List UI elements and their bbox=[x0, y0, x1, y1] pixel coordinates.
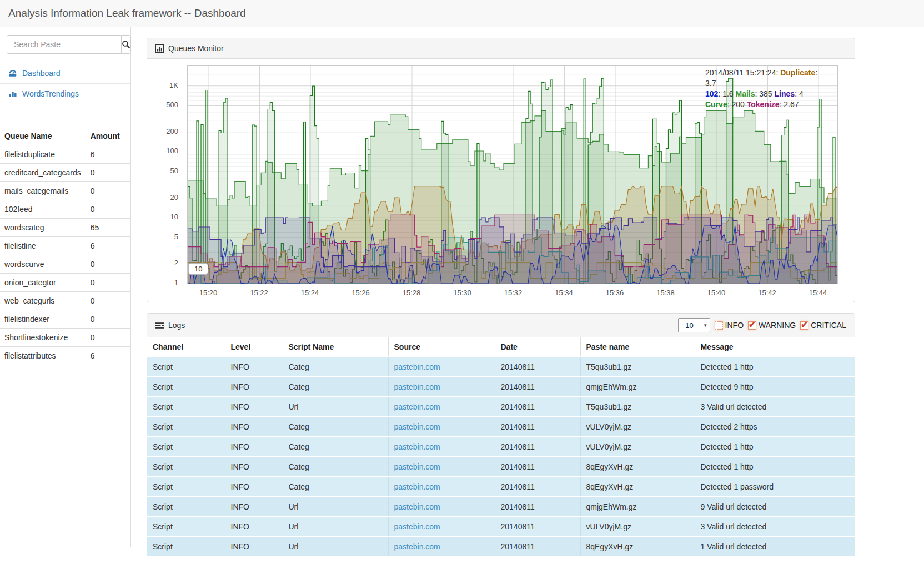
checkbox-checked-icon[interactable]: ✔ bbox=[800, 321, 808, 330]
message-cell: Detected 2 https bbox=[695, 417, 855, 437]
table-row: ScriptINFOCategpastebin.com20140811qmjgE… bbox=[147, 377, 855, 397]
paste-name-cell: qmjgEhWm.gz bbox=[580, 497, 695, 517]
queue-name-cell: Shortlinestokenize bbox=[0, 329, 86, 347]
filter-warning[interactable]: ✔WARNING bbox=[748, 321, 796, 330]
message-cell: Detected 1 http bbox=[695, 457, 855, 477]
sidebar-item-dashboard[interactable]: Dashboard bbox=[0, 63, 130, 83]
paste-name-cell: T5qu3ub1.gz bbox=[580, 397, 695, 417]
channel-cell: Script bbox=[147, 497, 225, 517]
date-cell: 20140811 bbox=[495, 497, 580, 517]
search-input[interactable] bbox=[7, 35, 121, 54]
table-row: ScriptINFOCategpastebin.com20140811vULV0… bbox=[147, 417, 855, 437]
script-name-cell: Categ bbox=[283, 357, 388, 377]
filter-critical[interactable]: ✔CRITICAL bbox=[800, 321, 846, 330]
y-tick-label: 10 bbox=[153, 213, 183, 221]
checkbox-unchecked-icon[interactable] bbox=[715, 321, 723, 330]
channel-cell: Script bbox=[147, 477, 225, 497]
queue-row: mails_categemails0 bbox=[0, 182, 131, 200]
paste-name-cell: 8qEgyXvH.gz bbox=[580, 477, 695, 497]
queue-table-header-row: Queue Name Amount bbox=[0, 127, 131, 145]
message-cell: 3 Valid url detected bbox=[695, 397, 855, 417]
script-name-cell: Categ bbox=[283, 437, 388, 457]
queue-row: Shortlinestokenize0 bbox=[0, 329, 131, 347]
level-cell: INFO bbox=[225, 417, 283, 437]
queue-name-header: Queue Name bbox=[0, 127, 86, 145]
sidebar-item-label: WordsTrendings bbox=[22, 89, 79, 98]
x-tick-label: 15:24 bbox=[293, 289, 327, 297]
source-link[interactable]: pastebin.com bbox=[394, 462, 440, 471]
date-cell: 20140811 bbox=[495, 477, 580, 497]
source-link[interactable]: pastebin.com bbox=[394, 542, 440, 551]
source-cell: pastebin.com bbox=[388, 417, 495, 437]
queue-amount-cell: 0 bbox=[86, 292, 131, 310]
source-cell: pastebin.com bbox=[388, 517, 495, 537]
x-tick-label: 15:36 bbox=[598, 289, 631, 297]
message-cell: Detected 1 http bbox=[695, 357, 855, 377]
level-cell: INFO bbox=[225, 397, 283, 417]
message-cell: Detected 1 http bbox=[695, 437, 855, 457]
tasks-icon bbox=[155, 321, 164, 330]
channel-cell: Script bbox=[147, 457, 225, 477]
queue-name-cell: filelistindexer bbox=[0, 310, 86, 329]
page-size-select[interactable]: 10 ▼ bbox=[678, 318, 710, 332]
script-name-cell: Url bbox=[283, 517, 388, 537]
queue-row: 102feed0 bbox=[0, 200, 131, 219]
source-link[interactable]: pastebin.com bbox=[394, 502, 440, 511]
source-link[interactable]: pastebin.com bbox=[394, 482, 440, 491]
source-link[interactable]: pastebin.com bbox=[394, 382, 440, 391]
source-link[interactable]: pastebin.com bbox=[394, 442, 440, 451]
date-cell: 20140811 bbox=[495, 437, 580, 457]
script-name-cell: Url bbox=[283, 497, 388, 517]
logs-col-header: Level bbox=[225, 337, 283, 357]
x-tick-label: 15:28 bbox=[395, 289, 428, 297]
filter-label: CRITICAL bbox=[811, 321, 846, 330]
logs-panel-padding bbox=[147, 556, 855, 580]
queue-amount-cell: 6 bbox=[86, 237, 131, 255]
queue-name-cell: filelistduplicate bbox=[0, 145, 86, 164]
source-cell: pastebin.com bbox=[388, 497, 495, 517]
source-link[interactable]: pastebin.com bbox=[394, 402, 440, 411]
source-link[interactable]: pastebin.com bbox=[394, 522, 440, 531]
logs-col-header: Paste name bbox=[580, 337, 695, 357]
logs-header-row: ChannelLevelScript NameSourceDatePaste n… bbox=[147, 337, 855, 357]
y-tick-label: 500 bbox=[153, 100, 183, 109]
y-tick-label: 1K bbox=[153, 81, 183, 89]
source-cell: pastebin.com bbox=[388, 477, 495, 497]
queue-row: filelistindexer0 bbox=[0, 310, 131, 329]
queues-monitor-panel: Queues Monitor 1K500200100502010521 2014… bbox=[147, 38, 855, 302]
source-cell: pastebin.com bbox=[388, 537, 495, 556]
sidebar-item-wordstrendings[interactable]: WordsTrendings bbox=[0, 83, 130, 104]
queue-row: web_categurls0 bbox=[0, 292, 131, 310]
x-tick-label: 15:30 bbox=[446, 289, 479, 297]
source-cell: pastebin.com bbox=[388, 397, 495, 417]
level-cell: INFO bbox=[225, 477, 283, 497]
queues-chart-plot[interactable]: 2014/08/11 15:21:24: Duplicate: 3.7102: … bbox=[187, 65, 838, 284]
paste-name-cell: vULV0yjM.gz bbox=[580, 417, 695, 437]
y-tick-label: 20 bbox=[153, 193, 183, 201]
level-cell: INFO bbox=[225, 437, 283, 457]
source-cell: pastebin.com bbox=[388, 357, 495, 377]
queue-name-cell: creditcard_categcards bbox=[0, 164, 86, 182]
chevron-down-icon: ▼ bbox=[701, 319, 710, 332]
source-link[interactable]: pastebin.com bbox=[394, 422, 440, 431]
table-row: ScriptINFOUrlpastebin.com20140811vULV0yj… bbox=[147, 517, 855, 537]
table-row: ScriptINFOUrlpastebin.com201408118qEgyXv… bbox=[147, 537, 855, 556]
date-cell: 20140811 bbox=[495, 397, 580, 417]
bar-chart-icon bbox=[155, 44, 164, 53]
top-navbar: Analysis Information Leak framework -- D… bbox=[0, 0, 924, 27]
queue-row: wordscurve0 bbox=[0, 255, 131, 274]
queue-amount-cell: 65 bbox=[86, 219, 131, 237]
checkbox-checked-icon[interactable]: ✔ bbox=[748, 321, 756, 330]
source-cell: pastebin.com bbox=[388, 377, 495, 397]
paste-name-cell: vULV0yjM.gz bbox=[580, 437, 695, 457]
table-row: ScriptINFOCategpastebin.com201408118qEgy… bbox=[147, 477, 855, 497]
filter-info[interactable]: INFO bbox=[715, 321, 744, 330]
x-tick-label: 15:42 bbox=[751, 289, 784, 297]
legend-line: Curve: 200 Tokenize: 2.67 bbox=[705, 99, 830, 110]
search-button[interactable] bbox=[121, 35, 131, 54]
sidebar-item-label: Dashboard bbox=[22, 69, 61, 78]
logs-panel: Logs 10 ▼ INFO✔WARNING✔CRITICAL ChannelL… bbox=[147, 313, 855, 580]
y-tick-label: 2 bbox=[153, 259, 183, 267]
x-tick-label: 15:34 bbox=[548, 289, 581, 297]
source-link[interactable]: pastebin.com bbox=[394, 362, 440, 371]
